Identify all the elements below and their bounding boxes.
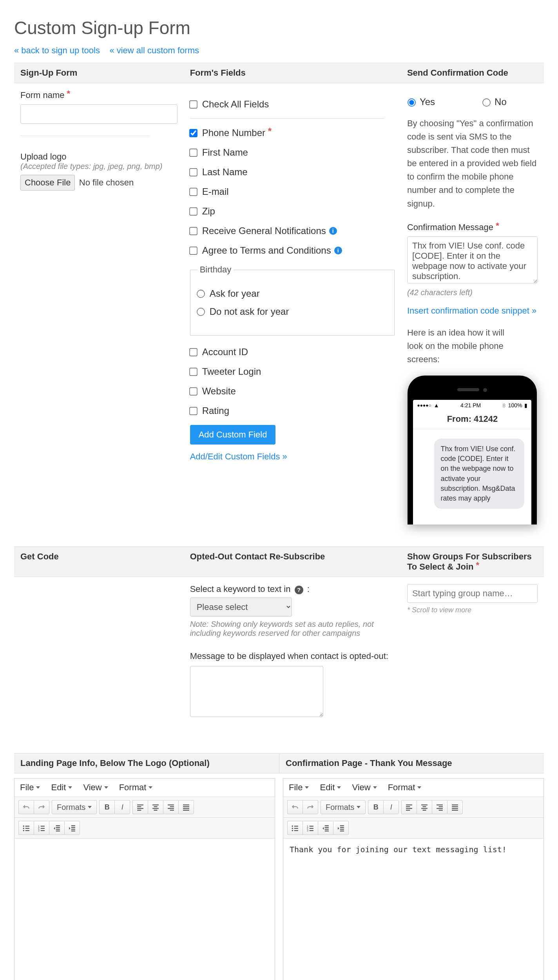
field-label: E-mail (202, 186, 229, 197)
file-status: No file chosen (79, 178, 134, 187)
add-custom-field-button[interactable]: Add Custom Field (190, 425, 276, 445)
editor-menu-format[interactable]: Format (382, 779, 427, 797)
keyword-note: Note: Showing only keywords set as auto … (190, 620, 379, 638)
birthday-legend: Birthday (197, 265, 234, 275)
align-left-button[interactable] (401, 800, 417, 814)
align-right-button[interactable] (432, 800, 447, 814)
field-checkbox[interactable] (189, 149, 197, 157)
italic-button[interactable]: I (383, 800, 399, 814)
editor-menu-file[interactable]: File (14, 779, 45, 797)
align-right-button[interactable] (163, 800, 178, 814)
header-resub: Opted-Out Contact Re-Subscribe (184, 547, 401, 577)
bold-button[interactable]: B (368, 800, 383, 814)
edit-custom-fields-link[interactable]: Add/Edit Custom Fields » (190, 452, 287, 461)
header-signup: Sign-Up Form (14, 63, 184, 83)
align-center-button[interactable] (148, 800, 163, 814)
indent-button[interactable] (64, 821, 80, 835)
field-checkbox[interactable] (189, 387, 197, 396)
outdent-button[interactable] (49, 821, 64, 835)
svg-point-6 (292, 826, 293, 827)
confirm-no-radio[interactable] (482, 98, 491, 107)
group-name-input[interactable] (407, 584, 538, 603)
page-title: Custom Sign-up Form (14, 17, 544, 38)
formats-dropdown[interactable]: Formats (52, 800, 97, 814)
birthday-fieldset: Birthday Ask for year Do not ask for yea… (190, 265, 395, 336)
field-label: Account ID (202, 347, 248, 358)
confirm-yes-label[interactable]: Yes (407, 96, 435, 107)
wifi-icon: ▲ (434, 402, 439, 408)
insert-snippet-link[interactable]: Insert confirmation code snippet » (407, 306, 536, 316)
svg-point-8 (292, 830, 293, 831)
redo-icon[interactable] (303, 800, 318, 814)
phone-time: 4:21 PM (460, 402, 481, 408)
svg-point-0 (23, 826, 24, 827)
field-checkbox[interactable] (189, 129, 197, 137)
thankyou-editor: FileEditViewFormatFormatsBI123Thank you … (283, 778, 544, 980)
undo-icon[interactable] (18, 800, 34, 814)
field-checkbox[interactable] (189, 407, 197, 415)
choose-file-button[interactable]: Choose File (20, 175, 75, 191)
formats-dropdown[interactable]: Formats (321, 800, 366, 814)
header-groups: Show Groups For Subscribers To Select & … (401, 547, 544, 577)
number-list-button[interactable]: 123 (34, 821, 49, 835)
chevron-down-icon (104, 786, 108, 789)
svg-point-7 (292, 828, 293, 829)
confirm-msg-label: Confirmation Message (407, 222, 538, 232)
birthday-ask-year[interactable] (197, 290, 205, 298)
bullet-list-button[interactable] (287, 821, 303, 835)
field-checkbox[interactable] (189, 227, 197, 235)
align-justify-button[interactable] (178, 800, 194, 814)
editor-content[interactable] (14, 838, 275, 980)
editor-menu-format[interactable]: Format (114, 779, 158, 797)
align-center-button[interactable] (417, 800, 432, 814)
editor-menu-edit[interactable]: Edit (45, 779, 78, 797)
chevron-down-icon (373, 786, 377, 789)
confirm-yes-radio[interactable] (408, 98, 416, 107)
align-left-button[interactable] (132, 800, 148, 814)
field-checkbox[interactable] (189, 368, 197, 376)
field-checkbox[interactable] (189, 207, 197, 216)
number-list-button[interactable]: 123 (303, 821, 318, 835)
field-checkbox[interactable] (189, 348, 197, 356)
indent-button[interactable] (333, 821, 349, 835)
field-label: Last Name (202, 167, 248, 178)
bluetooth-icon: ฿ (502, 402, 506, 408)
header-get-code: Get Code (14, 547, 184, 577)
confirm-msg-textarea[interactable]: Thx from VIE! Use conf. code [CODE]. Ent… (407, 236, 538, 283)
confirm-no-label[interactable]: No (482, 96, 507, 107)
phone-preview: ●●●●○▲ 4:21 PM ฿100%▮ From: 41242 Thx fr… (408, 376, 537, 524)
editor-content[interactable]: Thank you for joining our text messaging… (283, 838, 544, 980)
field-label: Tweeter Login (202, 366, 261, 377)
info-icon[interactable]: i (334, 247, 342, 254)
info-icon[interactable]: i (329, 227, 337, 235)
view-all-link[interactable]: « view all custom forms (109, 45, 199, 55)
check-all-fields[interactable] (189, 100, 197, 109)
header-confirm: Send Confirmation Code (401, 63, 544, 83)
editor-menu-view[interactable]: View (346, 779, 382, 797)
opted-out-textarea[interactable] (190, 666, 323, 717)
outdent-button[interactable] (318, 821, 333, 835)
scroll-note: * Scroll to view more (407, 606, 538, 614)
form-name-input[interactable] (20, 104, 178, 124)
editor-menu-edit[interactable]: Edit (314, 779, 346, 797)
field-checkbox[interactable] (189, 168, 197, 176)
help-icon[interactable]: ? (295, 586, 303, 594)
keyword-select[interactable]: Please select (190, 597, 292, 617)
birthday-no-year[interactable] (197, 308, 205, 316)
preview-intro: Here is an idea how it will look on the … (407, 326, 511, 366)
bullet-list-button[interactable] (18, 821, 34, 835)
field-checkbox[interactable] (189, 188, 197, 196)
upload-logo-hint: (Accepted file types: jpg, jpeg, png, bm… (20, 162, 178, 171)
field-label: Zip (202, 206, 215, 217)
redo-icon[interactable] (34, 800, 49, 814)
bold-button[interactable]: B (99, 800, 114, 814)
align-justify-button[interactable] (447, 800, 463, 814)
undo-icon[interactable] (287, 800, 303, 814)
back-link[interactable]: « back to sign up tools (14, 45, 100, 55)
editor-menu-file[interactable]: File (283, 779, 314, 797)
editor-menu-view[interactable]: View (78, 779, 113, 797)
keyword-label: Select a keyword to text in ? : (190, 584, 395, 594)
field-checkbox[interactable] (189, 247, 197, 255)
italic-button[interactable]: I (114, 800, 130, 814)
chevron-down-icon (36, 786, 40, 789)
